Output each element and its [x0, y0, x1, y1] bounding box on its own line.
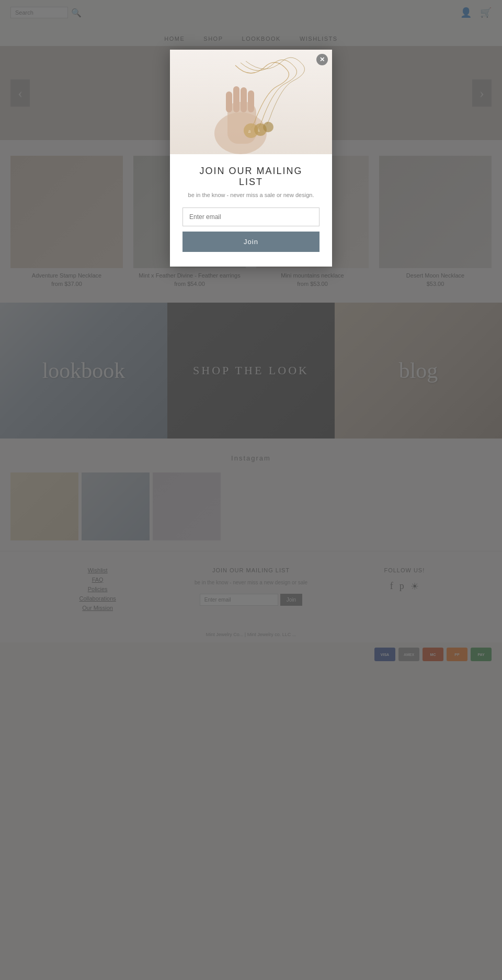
modal-join-button[interactable]: Join	[182, 232, 320, 252]
svg-rect-2	[226, 91, 232, 112]
modal-subtitle: be in the know - never miss a sale or ne…	[182, 192, 320, 198]
modal-close-button[interactable]: ✕	[316, 54, 328, 65]
necklace-illustration: a k	[183, 50, 319, 154]
modal-wrapper: ✕	[170, 50, 332, 267]
modal-content: JOIN OUR MAILINGLIST be in the know - ne…	[170, 154, 332, 267]
svg-rect-5	[248, 90, 254, 112]
modal-hero-image: a k	[170, 50, 332, 154]
svg-rect-3	[233, 86, 239, 112]
modal-email-input[interactable]	[182, 207, 320, 226]
svg-rect-4	[241, 87, 247, 112]
mailing-list-modal: ✕	[170, 50, 332, 267]
svg-point-8	[263, 122, 273, 132]
svg-text:k: k	[258, 128, 260, 133]
svg-text:a: a	[248, 128, 251, 134]
modal-title: JOIN OUR MAILINGLIST	[182, 166, 320, 188]
